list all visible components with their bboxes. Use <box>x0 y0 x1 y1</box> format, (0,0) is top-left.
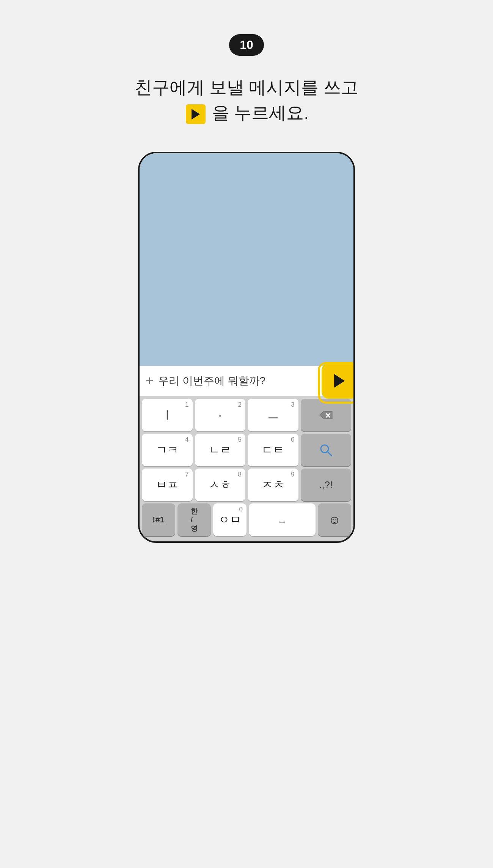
punct-key[interactable]: .,?! <box>301 469 352 501</box>
emoji-key-bottom[interactable]: ☺ <box>318 503 351 536</box>
key-2[interactable]: 2 · <box>195 399 246 431</box>
phone-frame: + 우리 이번주에 뭐할까? ☺ <box>138 152 355 543</box>
svg-rect-3 <box>355 398 355 411</box>
keyboard-row-3: 7 ㅂㅍ 8 ㅅㅎ 9 ㅈㅊ .,?! <box>142 469 351 501</box>
keyboard-row-4: !#1 한/영 0 ㅇㅁ ⎵ ☺ <box>142 503 351 536</box>
send-arrow-icon <box>334 374 345 388</box>
key-bp[interactable]: 7 ㅂㅍ <box>142 469 193 501</box>
backspace-icon <box>319 410 333 420</box>
keyboard-row-2: 4 ㄱㅋ 5 ㄴㄹ 6 ㄷㅌ <box>142 434 351 466</box>
special-key-lang[interactable]: 한/영 <box>177 503 211 536</box>
plus-button[interactable]: + <box>146 373 154 389</box>
key-gk[interactable]: 4 ㄱㅋ <box>142 434 193 466</box>
chat-area <box>140 153 353 366</box>
key-3[interactable]: 3 ㅡ <box>248 399 298 431</box>
step-badge: 10 <box>229 34 264 56</box>
cursor-hand <box>346 385 355 426</box>
space-key[interactable]: ⎵ <box>249 503 316 536</box>
send-icon-inline <box>186 104 206 124</box>
instruction-line1: 친구에게 보낼 메시지를 쓰고 <box>135 77 358 97</box>
search-icon <box>319 443 333 457</box>
message-input[interactable]: 우리 이번주에 뭐할까? <box>158 374 330 388</box>
step-number: 10 <box>240 38 253 52</box>
keyboard-row-1: 1 ㅣ 2 · 3 ㅡ <box>142 399 351 431</box>
search-key[interactable] <box>301 434 352 466</box>
key-1[interactable]: 1 ㅣ <box>142 399 193 431</box>
svg-line-10 <box>328 452 331 456</box>
instruction-text: 친구에게 보낼 메시지를 쓰고 을 누르세요. <box>135 75 358 125</box>
send-arrow-icon <box>192 109 200 120</box>
backspace-key[interactable] <box>301 399 352 431</box>
keyboard: 1 ㅣ 2 · 3 ㅡ <box>140 396 353 541</box>
page-container: 10 친구에게 보낼 메시지를 쓰고 을 누르세요. + 우리 이번주에 뭐할까… <box>0 0 493 868</box>
key-sh[interactable]: 8 ㅅㅎ <box>195 469 246 501</box>
key-nr[interactable]: 5 ㄴㄹ <box>195 434 246 466</box>
instruction-line2-suffix: 을 누르세요. <box>212 103 309 123</box>
key-jch[interactable]: 9 ㅈㅊ <box>248 469 298 501</box>
hand-cursor-icon <box>346 385 355 438</box>
special-key-hash[interactable]: !#1 <box>142 503 175 536</box>
key-om[interactable]: 0 ㅇㅁ <box>213 503 246 536</box>
key-dt[interactable]: 6 ㄷㅌ <box>248 434 298 466</box>
message-input-bar: + 우리 이번주에 뭐할까? ☺ <box>140 366 353 396</box>
